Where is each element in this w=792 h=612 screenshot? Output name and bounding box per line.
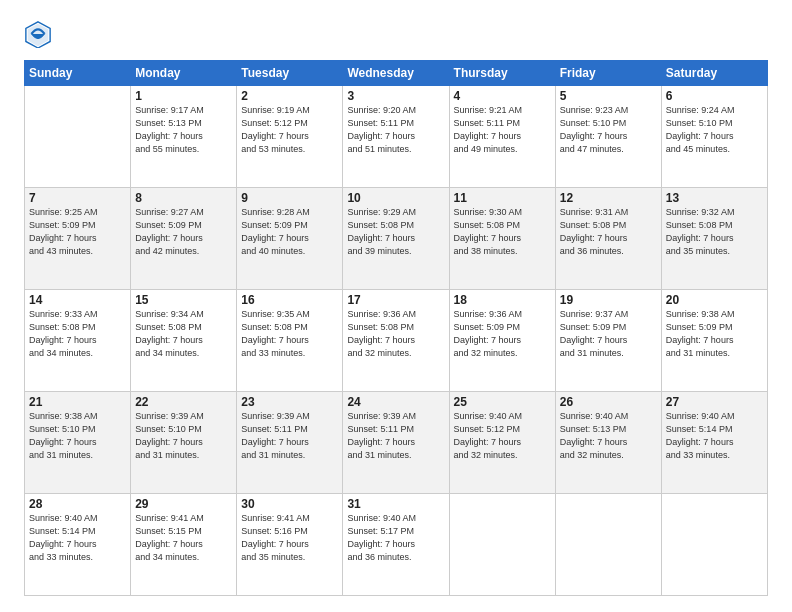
- day-cell: 6Sunrise: 9:24 AM Sunset: 5:10 PM Daylig…: [661, 86, 767, 188]
- calendar-body: 1Sunrise: 9:17 AM Sunset: 5:13 PM Daylig…: [25, 86, 768, 596]
- day-number: 13: [666, 191, 763, 205]
- week-row-3: 14Sunrise: 9:33 AM Sunset: 5:08 PM Dayli…: [25, 290, 768, 392]
- day-info: Sunrise: 9:35 AM Sunset: 5:08 PM Dayligh…: [241, 308, 338, 360]
- day-cell: 23Sunrise: 9:39 AM Sunset: 5:11 PM Dayli…: [237, 392, 343, 494]
- day-cell: 19Sunrise: 9:37 AM Sunset: 5:09 PM Dayli…: [555, 290, 661, 392]
- day-info: Sunrise: 9:34 AM Sunset: 5:08 PM Dayligh…: [135, 308, 232, 360]
- day-number: 22: [135, 395, 232, 409]
- day-info: Sunrise: 9:17 AM Sunset: 5:13 PM Dayligh…: [135, 104, 232, 156]
- day-cell: 27Sunrise: 9:40 AM Sunset: 5:14 PM Dayli…: [661, 392, 767, 494]
- day-cell: 2Sunrise: 9:19 AM Sunset: 5:12 PM Daylig…: [237, 86, 343, 188]
- day-cell: 29Sunrise: 9:41 AM Sunset: 5:15 PM Dayli…: [131, 494, 237, 596]
- day-info: Sunrise: 9:38 AM Sunset: 5:10 PM Dayligh…: [29, 410, 126, 462]
- day-cell: 25Sunrise: 9:40 AM Sunset: 5:12 PM Dayli…: [449, 392, 555, 494]
- day-info: Sunrise: 9:40 AM Sunset: 5:14 PM Dayligh…: [29, 512, 126, 564]
- day-cell: [25, 86, 131, 188]
- day-info: Sunrise: 9:27 AM Sunset: 5:09 PM Dayligh…: [135, 206, 232, 258]
- day-number: 21: [29, 395, 126, 409]
- day-info: Sunrise: 9:38 AM Sunset: 5:09 PM Dayligh…: [666, 308, 763, 360]
- day-info: Sunrise: 9:30 AM Sunset: 5:08 PM Dayligh…: [454, 206, 551, 258]
- day-info: Sunrise: 9:23 AM Sunset: 5:10 PM Dayligh…: [560, 104, 657, 156]
- day-number: 30: [241, 497, 338, 511]
- day-number: 16: [241, 293, 338, 307]
- day-number: 7: [29, 191, 126, 205]
- day-number: 24: [347, 395, 444, 409]
- day-info: Sunrise: 9:33 AM Sunset: 5:08 PM Dayligh…: [29, 308, 126, 360]
- week-row-4: 21Sunrise: 9:38 AM Sunset: 5:10 PM Dayli…: [25, 392, 768, 494]
- day-cell: 28Sunrise: 9:40 AM Sunset: 5:14 PM Dayli…: [25, 494, 131, 596]
- day-info: Sunrise: 9:24 AM Sunset: 5:10 PM Dayligh…: [666, 104, 763, 156]
- day-cell: 26Sunrise: 9:40 AM Sunset: 5:13 PM Dayli…: [555, 392, 661, 494]
- day-cell: 8Sunrise: 9:27 AM Sunset: 5:09 PM Daylig…: [131, 188, 237, 290]
- day-info: Sunrise: 9:41 AM Sunset: 5:15 PM Dayligh…: [135, 512, 232, 564]
- weekday-header-row: SundayMondayTuesdayWednesdayThursdayFrid…: [25, 61, 768, 86]
- day-info: Sunrise: 9:36 AM Sunset: 5:08 PM Dayligh…: [347, 308, 444, 360]
- day-cell: [661, 494, 767, 596]
- day-cell: 13Sunrise: 9:32 AM Sunset: 5:08 PM Dayli…: [661, 188, 767, 290]
- day-info: Sunrise: 9:31 AM Sunset: 5:08 PM Dayligh…: [560, 206, 657, 258]
- day-number: 9: [241, 191, 338, 205]
- day-info: Sunrise: 9:40 AM Sunset: 5:17 PM Dayligh…: [347, 512, 444, 564]
- weekday-monday: Monday: [131, 61, 237, 86]
- day-cell: 7Sunrise: 9:25 AM Sunset: 5:09 PM Daylig…: [25, 188, 131, 290]
- weekday-saturday: Saturday: [661, 61, 767, 86]
- day-info: Sunrise: 9:21 AM Sunset: 5:11 PM Dayligh…: [454, 104, 551, 156]
- week-row-2: 7Sunrise: 9:25 AM Sunset: 5:09 PM Daylig…: [25, 188, 768, 290]
- day-info: Sunrise: 9:39 AM Sunset: 5:11 PM Dayligh…: [347, 410, 444, 462]
- week-row-5: 28Sunrise: 9:40 AM Sunset: 5:14 PM Dayli…: [25, 494, 768, 596]
- day-cell: 11Sunrise: 9:30 AM Sunset: 5:08 PM Dayli…: [449, 188, 555, 290]
- day-number: 23: [241, 395, 338, 409]
- day-number: 26: [560, 395, 657, 409]
- day-number: 29: [135, 497, 232, 511]
- day-info: Sunrise: 9:29 AM Sunset: 5:08 PM Dayligh…: [347, 206, 444, 258]
- weekday-tuesday: Tuesday: [237, 61, 343, 86]
- day-info: Sunrise: 9:32 AM Sunset: 5:08 PM Dayligh…: [666, 206, 763, 258]
- day-info: Sunrise: 9:39 AM Sunset: 5:10 PM Dayligh…: [135, 410, 232, 462]
- day-cell: 14Sunrise: 9:33 AM Sunset: 5:08 PM Dayli…: [25, 290, 131, 392]
- day-number: 4: [454, 89, 551, 103]
- day-info: Sunrise: 9:41 AM Sunset: 5:16 PM Dayligh…: [241, 512, 338, 564]
- day-info: Sunrise: 9:25 AM Sunset: 5:09 PM Dayligh…: [29, 206, 126, 258]
- day-cell: [555, 494, 661, 596]
- day-info: Sunrise: 9:19 AM Sunset: 5:12 PM Dayligh…: [241, 104, 338, 156]
- day-number: 12: [560, 191, 657, 205]
- day-info: Sunrise: 9:28 AM Sunset: 5:09 PM Dayligh…: [241, 206, 338, 258]
- calendar-table: SundayMondayTuesdayWednesdayThursdayFrid…: [24, 60, 768, 596]
- day-number: 5: [560, 89, 657, 103]
- day-cell: 15Sunrise: 9:34 AM Sunset: 5:08 PM Dayli…: [131, 290, 237, 392]
- day-cell: 1Sunrise: 9:17 AM Sunset: 5:13 PM Daylig…: [131, 86, 237, 188]
- week-row-1: 1Sunrise: 9:17 AM Sunset: 5:13 PM Daylig…: [25, 86, 768, 188]
- day-number: 25: [454, 395, 551, 409]
- day-number: 19: [560, 293, 657, 307]
- day-number: 3: [347, 89, 444, 103]
- page: SundayMondayTuesdayWednesdayThursdayFrid…: [0, 0, 792, 612]
- weekday-wednesday: Wednesday: [343, 61, 449, 86]
- header: [24, 20, 768, 48]
- weekday-friday: Friday: [555, 61, 661, 86]
- day-cell: 16Sunrise: 9:35 AM Sunset: 5:08 PM Dayli…: [237, 290, 343, 392]
- day-cell: 24Sunrise: 9:39 AM Sunset: 5:11 PM Dayli…: [343, 392, 449, 494]
- day-info: Sunrise: 9:39 AM Sunset: 5:11 PM Dayligh…: [241, 410, 338, 462]
- day-cell: 17Sunrise: 9:36 AM Sunset: 5:08 PM Dayli…: [343, 290, 449, 392]
- day-info: Sunrise: 9:20 AM Sunset: 5:11 PM Dayligh…: [347, 104, 444, 156]
- day-number: 8: [135, 191, 232, 205]
- day-number: 17: [347, 293, 444, 307]
- day-number: 15: [135, 293, 232, 307]
- day-cell: 10Sunrise: 9:29 AM Sunset: 5:08 PM Dayli…: [343, 188, 449, 290]
- day-cell: 12Sunrise: 9:31 AM Sunset: 5:08 PM Dayli…: [555, 188, 661, 290]
- day-cell: 30Sunrise: 9:41 AM Sunset: 5:16 PM Dayli…: [237, 494, 343, 596]
- day-cell: 4Sunrise: 9:21 AM Sunset: 5:11 PM Daylig…: [449, 86, 555, 188]
- day-number: 11: [454, 191, 551, 205]
- day-number: 28: [29, 497, 126, 511]
- day-number: 6: [666, 89, 763, 103]
- day-number: 27: [666, 395, 763, 409]
- day-info: Sunrise: 9:40 AM Sunset: 5:14 PM Dayligh…: [666, 410, 763, 462]
- day-info: Sunrise: 9:40 AM Sunset: 5:12 PM Dayligh…: [454, 410, 551, 462]
- day-cell: 20Sunrise: 9:38 AM Sunset: 5:09 PM Dayli…: [661, 290, 767, 392]
- day-number: 14: [29, 293, 126, 307]
- logo: [24, 20, 56, 48]
- day-cell: [449, 494, 555, 596]
- day-info: Sunrise: 9:37 AM Sunset: 5:09 PM Dayligh…: [560, 308, 657, 360]
- day-cell: 21Sunrise: 9:38 AM Sunset: 5:10 PM Dayli…: [25, 392, 131, 494]
- day-number: 31: [347, 497, 444, 511]
